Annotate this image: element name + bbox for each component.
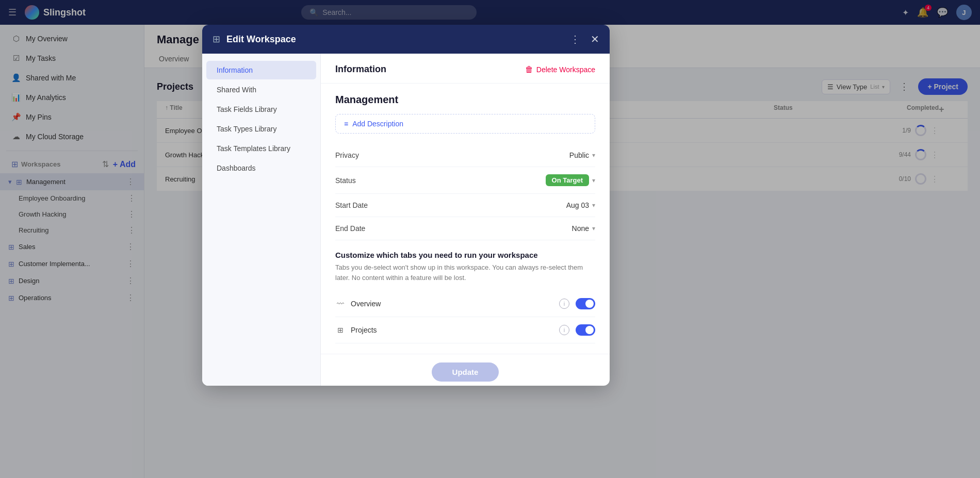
- modal-content-header: Information 🗑 Delete Workspace: [321, 54, 610, 84]
- trash-icon: 🗑: [525, 65, 533, 74]
- modal-content-area: Information 🗑 Delete Workspace Managemen…: [321, 54, 610, 386]
- modal-sidebar: Information Shared With Task Fields Libr…: [202, 54, 321, 386]
- projects-tab-info-icon[interactable]: i: [559, 325, 569, 335]
- modal-body: Information Shared With Task Fields Libr…: [202, 54, 610, 386]
- overview-tab-toggle[interactable]: [576, 298, 595, 309]
- start-date-label: Start Date: [335, 201, 368, 209]
- update-button[interactable]: Update: [432, 362, 499, 382]
- add-description-label: Add Description: [352, 120, 403, 128]
- modal-title: Edit Workspace: [226, 34, 564, 45]
- overview-tab-info-icon[interactable]: i: [559, 299, 569, 309]
- modal-close-button[interactable]: ✕: [591, 33, 599, 45]
- end-date-text: None: [572, 224, 589, 233]
- start-date-text: Aug 03: [566, 201, 589, 209]
- privacy-field: Privacy Public ▾: [335, 144, 595, 167]
- end-date-field: End Date None ▾: [335, 217, 595, 240]
- modal-content-title: Information: [335, 64, 386, 75]
- projects-tab-toggle-row: ⊞ Projects i: [335, 317, 595, 343]
- status-field: Status On Target ▾: [335, 167, 595, 194]
- customize-section-title: Customize which tabs you need to run you…: [335, 251, 595, 259]
- end-date-label: End Date: [335, 224, 365, 233]
- modal-nav-information[interactable]: Information: [206, 61, 316, 79]
- projects-tab-label: Projects: [351, 326, 559, 334]
- privacy-value-text: Public: [569, 151, 589, 159]
- chevron-down-icon: ▾: [592, 202, 595, 209]
- section-divider: Customize which tabs you need to run you…: [335, 251, 595, 283]
- workspace-name-display: Management: [335, 94, 595, 106]
- projects-tab-icon: ⊞: [335, 326, 346, 334]
- chevron-down-icon: ▾: [592, 152, 595, 159]
- modal-nav-task-types-library[interactable]: Task Types Library: [206, 120, 316, 138]
- delete-workspace-button[interactable]: 🗑 Delete Workspace: [525, 65, 595, 74]
- modal-nav-shared-with[interactable]: Shared With: [206, 80, 316, 99]
- add-description-button[interactable]: ≡ Add Description: [335, 114, 595, 134]
- end-date-value[interactable]: None ▾: [572, 224, 595, 233]
- modal-header: ⊞ Edit Workspace ⋮ ✕: [202, 25, 610, 54]
- modal-more-options-icon[interactable]: ⋮: [570, 33, 580, 45]
- modal-form: Management ≡ Add Description Privacy Pub…: [321, 84, 610, 354]
- modal-nav-dashboards[interactable]: Dashboards: [206, 159, 316, 177]
- modal-footer: Update: [321, 354, 610, 386]
- privacy-value[interactable]: Public ▾: [569, 151, 595, 159]
- delete-label: Delete Workspace: [536, 65, 595, 74]
- projects-tab-toggle[interactable]: [576, 324, 595, 336]
- modal-nav-task-fields-library[interactable]: Task Fields Library: [206, 100, 316, 119]
- chevron-down-icon: ▾: [592, 177, 595, 184]
- overview-tab-icon: 〰: [335, 300, 346, 308]
- chevron-down-icon: ▾: [592, 225, 595, 232]
- privacy-label: Privacy: [335, 151, 359, 159]
- status-value[interactable]: On Target ▾: [546, 174, 595, 186]
- start-date-field: Start Date Aug 03 ▾: [335, 194, 595, 217]
- overview-tab-label: Overview: [351, 300, 559, 308]
- description-icon: ≡: [344, 120, 348, 128]
- overview-tab-toggle-row: 〰 Overview i: [335, 291, 595, 317]
- edit-workspace-modal: ⊞ Edit Workspace ⋮ ✕ Information Shared …: [202, 25, 610, 386]
- status-label: Status: [335, 176, 356, 185]
- customize-section-desc: Tabs you de-select won't show up in this…: [335, 262, 595, 283]
- modal-nav-task-templates-library[interactable]: Task Templates Library: [206, 139, 316, 158]
- start-date-value[interactable]: Aug 03 ▾: [566, 201, 595, 209]
- layers-icon: ⊞: [213, 34, 220, 45]
- status-badge[interactable]: On Target: [546, 174, 589, 186]
